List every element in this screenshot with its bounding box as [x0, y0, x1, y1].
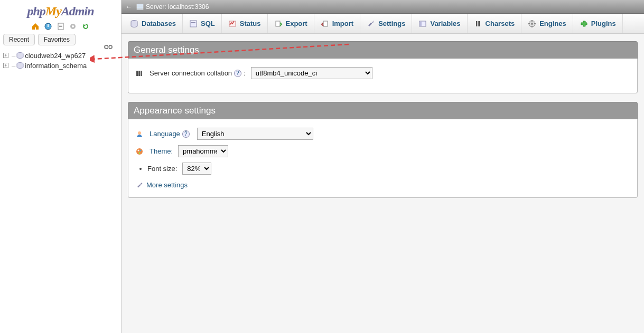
svg-rect-20	[420, 22, 422, 26]
reload-icon[interactable]	[81, 22, 90, 31]
main: ← Server: localhost:3306 Databases SQL S…	[122, 0, 644, 333]
general-settings-header: General settings	[128, 41, 638, 59]
wrench-icon	[136, 182, 143, 189]
variables-icon	[418, 20, 427, 28]
svg-rect-3	[59, 25, 62, 25]
link-icon[interactable]	[104, 44, 113, 50]
tab-favorites[interactable]: Favorites	[38, 34, 76, 45]
help-icon[interactable]: ?	[182, 130, 190, 138]
menu-status[interactable]: Status	[222, 14, 268, 33]
general-settings-panel: Server connection collation ?: utf8mb4_u…	[128, 59, 638, 93]
svg-rect-10	[137, 6, 143, 8]
collation-select[interactable]: utf8mb4_unicode_ci	[251, 67, 372, 79]
database-icon	[130, 20, 138, 28]
svg-point-6	[72, 25, 74, 27]
svg-point-33	[139, 152, 141, 154]
svg-rect-22	[478, 21, 479, 26]
menu-charsets[interactable]: Charsets	[468, 14, 522, 33]
docs-icon[interactable]	[57, 22, 65, 31]
svg-rect-4	[59, 26, 62, 27]
menu-variables[interactable]: Variables	[412, 14, 467, 33]
svg-point-32	[140, 149, 142, 151]
svg-rect-27	[138, 71, 140, 76]
db-label: information_schema	[25, 62, 87, 70]
sidebar-tabs: Recent Favorites	[0, 34, 121, 45]
menubar: Databases SQL Status Export Import Setti…	[122, 14, 644, 34]
wrench-icon	[367, 20, 375, 28]
sql-icon	[189, 20, 198, 28]
logo[interactable]: phpMyAdmin	[0, 0, 121, 21]
svg-rect-28	[141, 71, 142, 76]
theme-label[interactable]: Theme:	[150, 147, 173, 155]
db-tree: + – cloudweb24_wp627 + – information_sch…	[0, 45, 121, 71]
menu-settings[interactable]: Settings	[360, 14, 412, 33]
menu-databases[interactable]: Databases	[124, 14, 183, 33]
sidebar: phpMyAdmin Recent Favorites + – cloudweb…	[0, 0, 122, 333]
svg-rect-1	[48, 24, 49, 27]
menu-import[interactable]: Import	[314, 14, 360, 33]
settings-icon[interactable]	[69, 22, 77, 31]
language-select[interactable]: English	[197, 128, 313, 140]
svg-rect-18	[323, 21, 328, 26]
import-icon	[321, 20, 329, 28]
collation-label: Server connection collation ?:	[136, 69, 246, 77]
font-size-label: Font size:	[147, 165, 177, 173]
language-label[interactable]: Language	[150, 130, 180, 138]
db-label: cloudweb24_wp627	[25, 52, 86, 60]
svg-point-31	[138, 149, 139, 151]
theme-select[interactable]: pmahomme	[178, 145, 228, 157]
svg-point-25	[531, 23, 533, 25]
appearance-settings-header: Appearance settings	[128, 102, 638, 119]
svg-rect-21	[476, 21, 477, 26]
svg-rect-23	[479, 21, 480, 26]
svg-rect-26	[136, 71, 138, 76]
menu-plugins[interactable]: Plugins	[573, 14, 623, 33]
engines-icon	[528, 20, 536, 28]
status-icon	[228, 20, 237, 28]
font-size-select[interactable]: 82%	[182, 163, 211, 175]
home-icon[interactable]	[31, 22, 40, 31]
menu-engines[interactable]: Engines	[521, 14, 573, 33]
svg-rect-11	[137, 8, 143, 9]
svg-rect-17	[276, 21, 280, 26]
svg-point-29	[138, 131, 141, 135]
plugins-icon	[580, 20, 588, 28]
topbar: ← Server: localhost:3306	[122, 0, 644, 14]
appearance-settings-panel: Language ? English Theme: pmahomme	[128, 119, 638, 198]
server-icon	[136, 4, 144, 10]
help-icon[interactable]: ?	[234, 70, 241, 77]
db-item[interactable]: + – cloudweb24_wp627	[2, 51, 119, 61]
db-item[interactable]: + – information_schema	[2, 61, 119, 71]
svg-rect-9	[137, 4, 143, 6]
menu-sql[interactable]: SQL	[183, 14, 222, 33]
charsets-icon	[474, 20, 482, 28]
svg-rect-15	[191, 24, 195, 24]
language-icon	[136, 130, 146, 138]
theme-icon	[136, 148, 146, 155]
menu-export[interactable]: Export	[268, 14, 314, 33]
more-settings-link[interactable]: More settings	[146, 181, 188, 189]
back-button[interactable]: ←	[126, 3, 132, 11]
svg-rect-14	[191, 22, 195, 23]
export-icon	[274, 20, 283, 28]
sidebar-iconbar	[0, 21, 121, 34]
tab-recent[interactable]: Recent	[3, 34, 35, 45]
server-label: Server: localhost:3306	[146, 3, 209, 11]
logout-icon[interactable]	[44, 22, 52, 31]
